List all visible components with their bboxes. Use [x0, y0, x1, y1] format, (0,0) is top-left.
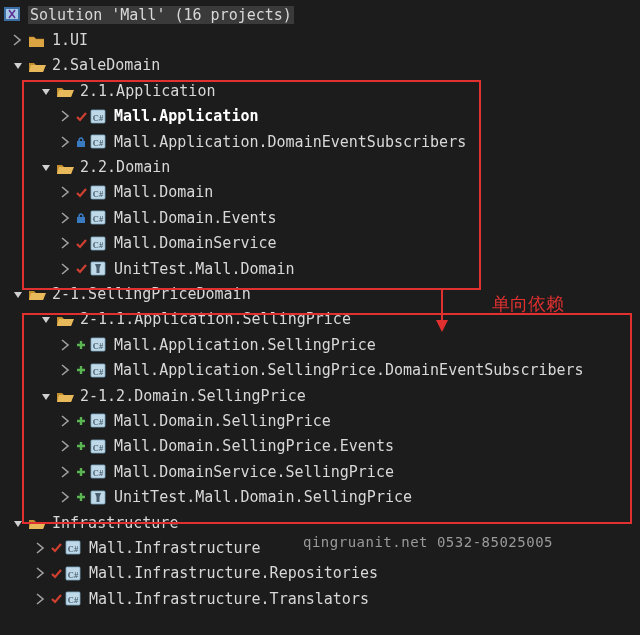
- check-icon: [51, 565, 63, 581]
- folder-22-domain[interactable]: 2.2.Domain: [0, 154, 640, 179]
- test-project-icon: [90, 489, 108, 505]
- expand-icon[interactable]: [33, 566, 47, 580]
- folder-label: 2-1.2.Domain.SellingPrice: [80, 387, 306, 405]
- project-mall-domain[interactable]: Mall.Domain: [0, 180, 640, 205]
- folder-open-icon: [56, 159, 74, 175]
- check-icon: [51, 540, 63, 556]
- expand-icon[interactable]: [58, 262, 72, 276]
- solution-row[interactable]: Solution 'Mall' (16 projects): [0, 2, 640, 27]
- folder-21-sellingprice[interactable]: 2-1.SellingPriceDomain: [0, 281, 640, 306]
- project-mall-infra[interactable]: Mall.Infrastructure: [0, 535, 640, 560]
- plus-icon: [76, 489, 88, 505]
- project-unittest-domain[interactable]: UnitTest.Mall.Domain: [0, 256, 640, 281]
- csharp-project-icon: [90, 235, 108, 251]
- csharp-project-icon: [90, 184, 108, 200]
- project-label: Mall.Application.SellingPrice: [114, 336, 376, 354]
- csharp-project-icon: [90, 362, 108, 378]
- project-sp-domain[interactable]: Mall.Domain.SellingPrice: [0, 408, 640, 433]
- csharp-project-icon: [90, 438, 108, 454]
- project-mall-domainservice[interactable]: Mall.DomainService: [0, 231, 640, 256]
- folder-label: 1.UI: [52, 31, 88, 49]
- project-label: Mall.Application: [114, 107, 259, 125]
- plus-icon: [76, 464, 88, 480]
- folder-label: 2-1.SellingPriceDomain: [52, 285, 251, 303]
- folder-open-icon: [28, 57, 46, 73]
- collapse-icon[interactable]: [10, 287, 24, 301]
- collapse-icon[interactable]: [38, 84, 52, 98]
- project-label: Mall.DomainService: [114, 234, 277, 252]
- collapse-icon[interactable]: [38, 312, 52, 326]
- check-icon: [76, 184, 88, 200]
- expand-icon[interactable]: [58, 465, 72, 479]
- solution-icon: [4, 7, 22, 23]
- collapse-icon[interactable]: [10, 58, 24, 72]
- expand-icon[interactable]: [58, 109, 72, 123]
- expand-icon[interactable]: [58, 338, 72, 352]
- folder-2-saledomain[interactable]: 2.SaleDomain: [0, 53, 640, 78]
- project-label: Mall.Application.DomainEventSubscribers: [114, 133, 466, 151]
- expand-icon[interactable]: [58, 439, 72, 453]
- folder-211-app-sp[interactable]: 2-1.1.Application.SellingPrice: [0, 307, 640, 332]
- project-label: UnitTest.Mall.Domain: [114, 260, 295, 278]
- folder-open-icon: [28, 286, 46, 302]
- folder-label: 2.2.Domain: [80, 158, 170, 176]
- collapse-icon[interactable]: [38, 389, 52, 403]
- project-label: Mall.Infrastructure.Repositories: [89, 564, 378, 582]
- check-icon: [51, 591, 63, 607]
- csharp-project-icon: [90, 108, 108, 124]
- expand-icon[interactable]: [58, 211, 72, 225]
- project-mall-application[interactable]: Mall.Application: [0, 104, 640, 129]
- csharp-project-icon: [90, 134, 108, 150]
- check-icon: [76, 108, 88, 124]
- project-sp-app-subs[interactable]: Mall.Application.SellingPrice.DomainEven…: [0, 357, 640, 382]
- folder-label: Infrastructure: [52, 514, 178, 532]
- expand-icon[interactable]: [58, 490, 72, 504]
- folder-212-domain-sp[interactable]: 2-1.2.Domain.SellingPrice: [0, 383, 640, 408]
- folder-open-icon: [56, 388, 74, 404]
- csharp-project-icon: [65, 540, 83, 556]
- folder-label: 2-1.1.Application.SellingPrice: [80, 310, 351, 328]
- folder-label: 2.SaleDomain: [52, 56, 160, 74]
- collapse-icon[interactable]: [10, 516, 24, 530]
- project-label: UnitTest.Mall.Domain.SellingPrice: [114, 488, 412, 506]
- folder-open-icon: [56, 83, 74, 99]
- expand-icon[interactable]: [33, 541, 47, 555]
- project-mall-application-subs[interactable]: Mall.Application.DomainEventSubscribers: [0, 129, 640, 154]
- project-sp-domain-events[interactable]: Mall.Domain.SellingPrice.Events: [0, 434, 640, 459]
- project-mall-infra-trans[interactable]: Mall.Infrastructure.Translators: [0, 586, 640, 611]
- project-label: Mall.Infrastructure: [89, 539, 261, 557]
- expand-icon[interactable]: [58, 185, 72, 199]
- project-label: Mall.Domain: [114, 183, 213, 201]
- test-project-icon: [90, 261, 108, 277]
- plus-icon: [76, 362, 88, 378]
- expand-icon[interactable]: [10, 33, 24, 47]
- plus-icon: [76, 337, 88, 353]
- csharp-project-icon: [90, 413, 108, 429]
- check-icon: [76, 235, 88, 251]
- expand-icon[interactable]: [58, 363, 72, 377]
- folder-open-icon: [56, 311, 74, 327]
- project-sp-unittest[interactable]: UnitTest.Mall.Domain.SellingPrice: [0, 484, 640, 509]
- csharp-project-icon: [90, 337, 108, 353]
- expand-icon[interactable]: [58, 414, 72, 428]
- expand-icon[interactable]: [58, 135, 72, 149]
- collapse-icon[interactable]: [38, 160, 52, 174]
- folder-1-ui[interactable]: 1.UI: [0, 27, 640, 52]
- plus-icon: [76, 438, 88, 454]
- project-sp-domainservice[interactable]: Mall.DomainService.SellingPrice: [0, 459, 640, 484]
- expand-icon[interactable]: [33, 592, 47, 606]
- project-label: Mall.Domain.Events: [114, 209, 277, 227]
- csharp-project-icon: [90, 464, 108, 480]
- project-label: Mall.Infrastructure.Translators: [89, 590, 369, 608]
- folder-infrastructure[interactable]: Infrastructure: [0, 510, 640, 535]
- csharp-project-icon: [90, 210, 108, 226]
- project-label: Mall.Domain.SellingPrice.Events: [114, 437, 394, 455]
- solution-title: Solution 'Mall' (16 projects): [28, 6, 294, 24]
- project-mall-infra-repo[interactable]: Mall.Infrastructure.Repositories: [0, 561, 640, 586]
- project-label: Mall.DomainService.SellingPrice: [114, 463, 394, 481]
- project-sp-app[interactable]: Mall.Application.SellingPrice: [0, 332, 640, 357]
- csharp-project-icon: [65, 565, 83, 581]
- project-mall-domain-events[interactable]: Mall.Domain.Events: [0, 205, 640, 230]
- folder-21-application[interactable]: 2.1.Application: [0, 78, 640, 103]
- expand-icon[interactable]: [58, 236, 72, 250]
